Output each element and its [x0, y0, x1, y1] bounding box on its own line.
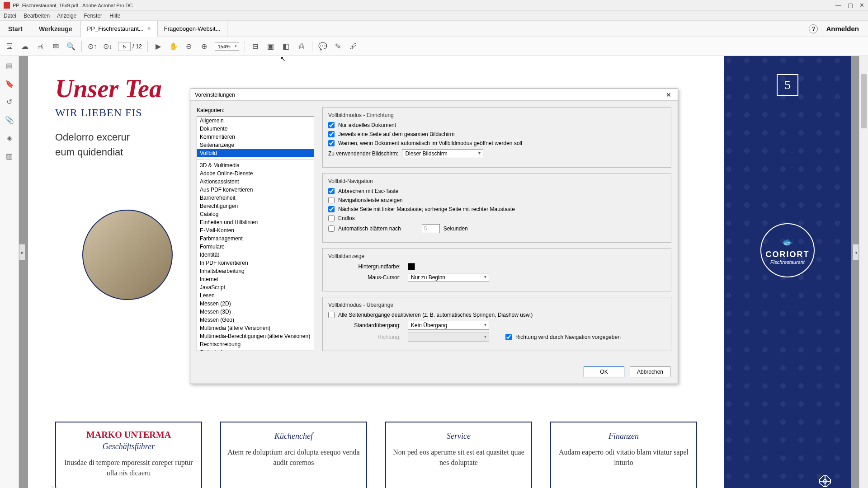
cat-item[interactable]: Berechtigungen [197, 202, 314, 210]
cat-item[interactable]: Inhaltsbearbeitung [197, 267, 314, 275]
zoom-out-icon[interactable]: ⊖ [184, 42, 194, 52]
cat-item[interactable]: JavaScript [197, 283, 314, 291]
fit-width-icon[interactable]: ⊟ [250, 42, 260, 52]
scrollbar-thumb[interactable] [861, 74, 867, 128]
menu-hilfe[interactable]: Hilfe [109, 13, 120, 19]
attachments-icon[interactable]: 📎 [5, 115, 14, 125]
group-display-label: Vollbildanzeige [328, 253, 665, 259]
search-icon[interactable]: 🔍 [66, 42, 76, 52]
ok-button[interactable]: OK [584, 366, 624, 377]
menu-anzeige[interactable]: Anzeige [57, 13, 76, 19]
article-icon[interactable]: ▥ [5, 151, 14, 161]
cat-item[interactable]: Farbmanagement [197, 235, 314, 243]
fit-page-icon[interactable]: ▣ [266, 42, 276, 52]
trans-select[interactable]: Kein Übergang [408, 321, 489, 330]
fit-visible-icon[interactable]: ◧ [281, 42, 291, 52]
minimize-button[interactable]: — [835, 2, 841, 9]
cat-item[interactable]: Lesen [197, 291, 314, 300]
screen-select[interactable]: Dieser Bildschirm [402, 149, 483, 158]
mail-icon[interactable]: ✉ [51, 42, 61, 52]
tab-start[interactable]: Start [0, 21, 31, 37]
cat-item[interactable]: Barrierefreiheit [197, 194, 314, 202]
tab-tools[interactable]: Werkzeuge [31, 21, 80, 37]
menu-datei[interactable]: Datei [4, 13, 16, 19]
print-icon[interactable]: 🖨 [35, 42, 45, 52]
cat-item[interactable]: Sicherheit [197, 348, 314, 351]
seconds-input[interactable] [422, 224, 440, 233]
doc-tab-2[interactable]: Fragebogen-Websit... [158, 21, 227, 37]
select-tool-icon[interactable]: ▶ [153, 42, 163, 52]
cb-only-current-doc[interactable] [328, 122, 335, 128]
page-current-input[interactable] [118, 42, 131, 51]
cat-item[interactable]: 3D & Multimedia [197, 161, 314, 169]
cb-one-page-fullscreen[interactable] [328, 131, 335, 137]
cat-item[interactable]: Formulare [197, 243, 314, 251]
cat-kommentieren[interactable]: Kommentieren [197, 133, 314, 141]
cat-item[interactable]: Messen (3D) [197, 308, 314, 316]
maximize-button[interactable]: ▢ [848, 2, 853, 9]
page-up-icon[interactable]: ⊙↑ [87, 42, 97, 52]
menu-fenster[interactable]: Fenster [84, 13, 102, 19]
cat-item[interactable]: Identität [197, 251, 314, 259]
cb-dir-by-nav[interactable] [505, 334, 512, 340]
cat-vollbild[interactable]: Vollbild [197, 149, 314, 157]
cat-item[interactable]: Catalog [197, 210, 314, 218]
cursor-select[interactable]: Nur zu Beginn [408, 273, 489, 282]
expand-left-panel-icon[interactable]: ▸ [19, 244, 25, 260]
cat-item[interactable]: E-Mail-Konten [197, 226, 314, 235]
page-down-icon[interactable]: ⊙↓ [103, 42, 113, 52]
bg-color-swatch[interactable] [408, 263, 415, 270]
cb-disable-transitions[interactable] [328, 312, 335, 318]
sign-icon[interactable]: 🖋 [349, 42, 359, 52]
zoom-select[interactable]: 154% [215, 42, 239, 51]
cloud-icon[interactable]: ☁ [20, 42, 30, 52]
categories-label: Kategorien: [197, 107, 314, 113]
cb-show-navbar[interactable] [328, 197, 335, 203]
menu-bearbeiten[interactable]: Bearbeiten [24, 13, 50, 19]
rotate-icon[interactable]: ↺ [5, 97, 14, 107]
team-card-2: Küchenchef Atem re doluptium arci dolupt… [220, 422, 367, 488]
cat-item[interactable]: Aktionsassistent [197, 178, 314, 186]
cat-item[interactable]: Rechtschreibung [197, 340, 314, 348]
cat-item[interactable]: Internet [197, 275, 314, 283]
cat-item[interactable]: In PDF konvertieren [197, 259, 314, 267]
expand-right-panel-icon[interactable]: ◂ [853, 244, 859, 260]
help-icon[interactable]: ? [809, 24, 818, 33]
comment-icon[interactable]: 💬 [318, 42, 328, 52]
highlight-icon[interactable]: ✎ [333, 42, 343, 52]
close-button[interactable]: ✕ [859, 2, 864, 9]
cat-item[interactable]: Aus PDF konvertieren [197, 186, 314, 194]
cat-seitenanzeige[interactable]: Seitenanzeige [197, 141, 314, 149]
categories-list[interactable]: Allgemein Dokumente Kommentieren Seitena… [197, 116, 314, 351]
team-card-3: Service Non ped eos aperume sit est eat … [385, 422, 532, 488]
cancel-button[interactable]: Abbrechen [630, 366, 670, 377]
hand-tool-icon[interactable]: ✋ [169, 42, 179, 52]
thumbnails-icon[interactable]: ▤ [5, 61, 14, 70]
hook-icon: 𐃏 [818, 473, 833, 488]
dialog-close-icon[interactable]: ✕ [664, 90, 673, 99]
cb-auto-page[interactable] [328, 225, 335, 232]
doc-tab-1[interactable]: PP_Fischrestaurant... × [81, 21, 158, 37]
team-card-1: MARKO UNTERMA Geschäftsführer Inusdae di… [55, 422, 202, 488]
cb-endless[interactable] [328, 215, 335, 221]
vertical-scrollbar[interactable] [859, 56, 868, 488]
cat-allgemein[interactable]: Allgemein [197, 117, 314, 125]
save-icon[interactable]: 🖫 [5, 42, 14, 52]
cat-item[interactable]: Einheiten und Hilfslinien [197, 218, 314, 226]
cat-dokumente[interactable]: Dokumente [197, 125, 314, 133]
seconds-unit: Sekunden [443, 225, 468, 232]
cat-item[interactable]: Messen (2D) [197, 300, 314, 308]
cat-item[interactable]: Adobe Online-Dienste [197, 169, 314, 178]
read-mode-icon[interactable]: ⎙ [297, 42, 307, 52]
layers-icon[interactable]: ◈ [5, 133, 14, 143]
cat-item[interactable]: Multimedia-Berechtigungen (ältere Versio… [197, 332, 314, 340]
bookmarks-icon[interactable]: 🔖 [5, 79, 14, 89]
login-link[interactable]: Anmelden [826, 25, 859, 33]
cb-esc-abort[interactable] [328, 188, 335, 194]
cb-mouse-nav[interactable] [328, 206, 335, 212]
cat-item[interactable]: Multimedia (ältere Versionen) [197, 324, 314, 332]
cat-item[interactable]: Messen (Geo) [197, 316, 314, 324]
doc-tab-1-close-icon[interactable]: × [147, 25, 151, 32]
zoom-in-icon[interactable]: ⊕ [199, 42, 209, 52]
cb-warn-auto-fullscreen[interactable] [328, 140, 335, 146]
